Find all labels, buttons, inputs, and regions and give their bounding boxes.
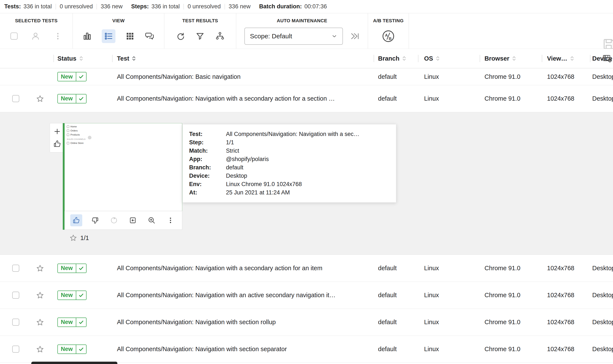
- viewport-cell: 1024x768: [542, 336, 590, 363]
- header-browser[interactable]: Browser: [480, 49, 542, 68]
- set-baseline-icon[interactable]: [127, 214, 139, 226]
- row-checkbox[interactable]: [12, 95, 19, 102]
- info-value: @shopify/polaris: [226, 155, 390, 163]
- browser-cell: Chrome 91.0: [480, 68, 542, 85]
- divider: [183, 4, 184, 9]
- reject-thumbs-down-icon[interactable]: [89, 214, 101, 226]
- device-cell: Desktop: [590, 68, 613, 85]
- header-viewport[interactable]: View…: [542, 49, 590, 68]
- browser-cell: Chrome 91.0: [480, 282, 542, 309]
- assign-user-icon[interactable]: [31, 31, 40, 41]
- branch-cell: default: [374, 282, 418, 309]
- rerun-icon[interactable]: [108, 214, 120, 226]
- star-icon[interactable]: [36, 345, 44, 353]
- device-cell: Desktop: [590, 255, 613, 282]
- info-label: Match:: [189, 147, 226, 155]
- ab-testing-label: A/B TESTING: [373, 18, 404, 24]
- star-icon[interactable]: [36, 318, 44, 326]
- run-auto-maintenance-icon[interactable]: [350, 31, 360, 41]
- device-cell: Desktop: [590, 309, 613, 336]
- branch-cell: default: [374, 85, 418, 112]
- sort-icon[interactable]: [512, 56, 516, 61]
- screenshot-action-bar: [65, 211, 182, 230]
- header-status[interactable]: Status: [53, 49, 112, 68]
- scope-select[interactable]: Scope: Default: [244, 28, 343, 45]
- divider: [225, 4, 225, 9]
- filter-icon[interactable]: [195, 31, 205, 41]
- star-icon[interactable]: [69, 234, 77, 242]
- zoom-in-icon[interactable]: [146, 214, 158, 226]
- test-name[interactable]: All Components/Navigation: Basic navigat…: [112, 68, 374, 85]
- info-value: 25 Jun 2021 at 11:24 AM: [226, 188, 390, 197]
- steps-new: 336 new: [229, 3, 251, 10]
- view-label: VIEW: [112, 18, 124, 24]
- chart-view-icon[interactable]: [82, 31, 92, 41]
- row-checkbox[interactable]: [12, 265, 19, 272]
- viewport-cell: 1024x768: [542, 309, 590, 336]
- star-icon[interactable]: [36, 291, 44, 299]
- row-checkbox[interactable]: [12, 319, 19, 326]
- info-label: At:: [189, 188, 226, 197]
- sort-icon-active[interactable]: [132, 56, 136, 61]
- row-checkbox[interactable]: [12, 292, 19, 299]
- divider: [97, 4, 97, 9]
- star-icon[interactable]: [36, 264, 44, 273]
- test-name[interactable]: All Components/Navigation: Navigation wi…: [112, 255, 374, 282]
- table-row[interactable]: New All Components/Navigation: Navigatio…: [0, 255, 613, 282]
- expanded-test-detail: Home Orders Products SALES CHANNELS Onli…: [0, 112, 613, 255]
- header-checkbox-col: [0, 49, 26, 68]
- sort-icon[interactable]: [79, 56, 83, 61]
- table-row[interactable]: New All Components/Navigation: Navigatio…: [0, 309, 613, 336]
- os-cell: Linux: [418, 282, 480, 309]
- viewport-cell: 1024x768: [542, 282, 590, 309]
- info-value: All Components/Navigation: Navigation wi…: [226, 130, 390, 138]
- mini-nav-icon: [67, 126, 69, 128]
- grid-view-icon[interactable]: [125, 31, 135, 41]
- status-badge[interactable]: New: [57, 264, 87, 273]
- browser-cell: Chrome 91.0: [480, 336, 542, 363]
- branch-cell: default: [374, 255, 418, 282]
- screenshot-thumbnail[interactable]: Home Orders Products SALES CHANNELS Onli…: [65, 123, 182, 211]
- test-name[interactable]: All Components/Navigation: Navigation wi…: [112, 85, 374, 112]
- list-view-icon[interactable]: [102, 29, 116, 43]
- os-cell: Linux: [418, 309, 480, 336]
- table-row[interactable]: New All Components/Navigation: Navigatio…: [0, 282, 613, 309]
- table-row[interactable]: New All Components/Navigation: Navigatio…: [0, 336, 613, 363]
- header-os[interactable]: OS: [418, 49, 480, 68]
- ab-testing-icon[interactable]: AB: [382, 30, 394, 42]
- comments-view-icon[interactable]: [144, 31, 155, 41]
- header-branch[interactable]: Branch: [374, 49, 418, 68]
- test-name[interactable]: All Components/Navigation: Navigation wi…: [112, 336, 374, 363]
- select-all-checkbox[interactable]: [11, 33, 18, 39]
- more-actions-icon[interactable]: [53, 32, 62, 40]
- more-actions-icon[interactable]: [165, 214, 176, 226]
- sort-icon[interactable]: [436, 56, 440, 61]
- header-status-label: Status: [57, 55, 77, 62]
- sort-icon[interactable]: [402, 56, 406, 61]
- row-checkbox[interactable]: [12, 346, 19, 353]
- header-viewport-label: View…: [547, 55, 567, 62]
- status-badge-label: New: [58, 95, 76, 102]
- test-name[interactable]: All Components/Navigation: Navigation wi…: [112, 309, 374, 336]
- refresh-icon[interactable]: [176, 31, 185, 41]
- table-row[interactable]: New All Components/Navigation: Basic nav…: [0, 68, 613, 85]
- status-badge[interactable]: New: [57, 318, 87, 327]
- sort-icon[interactable]: [570, 56, 574, 61]
- status-badge[interactable]: New: [57, 94, 87, 104]
- table-row[interactable]: New All Components/Navigation: Navigatio…: [0, 85, 613, 112]
- status-badge[interactable]: New: [57, 345, 87, 354]
- column-settings-icon[interactable]: [602, 53, 612, 63]
- check-icon: [76, 346, 86, 352]
- status-badge[interactable]: New: [57, 72, 87, 81]
- accept-thumbs-up-icon[interactable]: [70, 214, 82, 226]
- add-icon[interactable]: [53, 127, 61, 136]
- status-badge[interactable]: New: [57, 291, 87, 300]
- status-badge-label: New: [58, 346, 76, 352]
- test-name[interactable]: All Components/Navigation: Navigation wi…: [112, 282, 374, 309]
- thumbs-up-icon[interactable]: [53, 140, 62, 148]
- star-icon[interactable]: [36, 94, 44, 103]
- header-test[interactable]: Test: [112, 49, 374, 68]
- flow-icon[interactable]: [215, 31, 225, 41]
- info-value: Strict: [226, 147, 390, 155]
- branch-cell: default: [374, 68, 418, 85]
